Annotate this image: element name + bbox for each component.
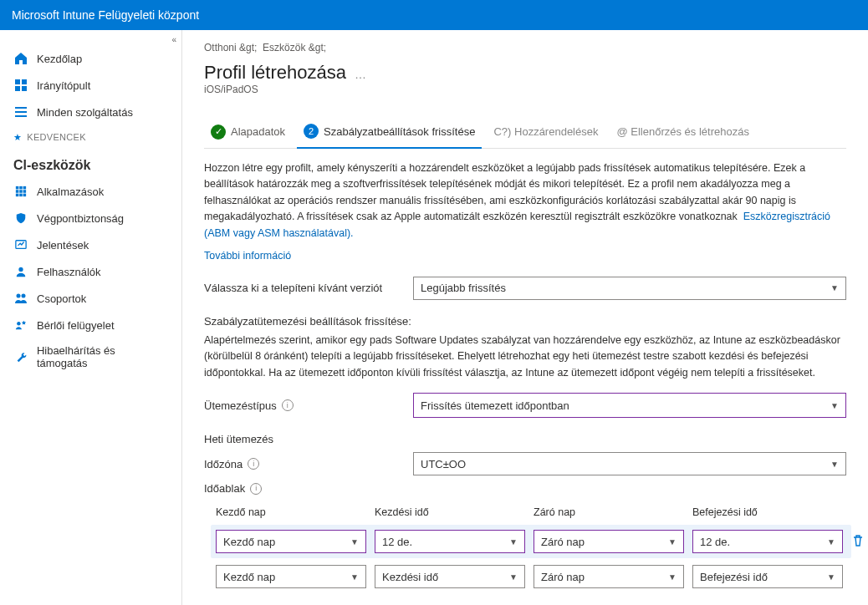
start-day-select[interactable]: Kezdő nap ▼	[216, 530, 366, 553]
select-value: Záró nap	[541, 536, 585, 548]
start-time-select[interactable]: 12 de. ▼	[375, 530, 525, 553]
nav-label: Csoportok	[37, 292, 86, 305]
nav-troubleshoot[interactable]: Hibaelhárítás és támogatás	[0, 338, 181, 375]
breadcrumb: Otthoni &gt; Eszközök &gt;	[204, 42, 846, 53]
chevron-down-icon: ▼	[350, 572, 359, 582]
step-label: @ Ellenőrzés és létrehozás	[616, 125, 748, 138]
start-day-select[interactable]: Kezdő nap ▼	[216, 565, 366, 588]
timezone-select[interactable]: UTC±OO ▼	[413, 452, 846, 475]
svg-rect-7	[16, 186, 19, 190]
sidebar-section-title: Cl-eszközök	[0, 146, 181, 178]
step-label: C?) Hozzárendelések	[493, 125, 598, 138]
nav-label: Alkalmazások	[37, 186, 104, 198]
more-info-link[interactable]: További információ	[204, 250, 846, 262]
chevron-down-icon: ▼	[668, 572, 677, 582]
time-window-label: Időablak	[204, 482, 245, 495]
step-badge-current: 2	[304, 124, 319, 139]
wizard-step-assignments[interactable]: C?) Hozzárendelések	[487, 120, 605, 146]
select-value: 12 de.	[700, 536, 730, 548]
nav-label: Jelentések	[37, 239, 89, 252]
chevron-down-icon: ▼	[350, 537, 359, 547]
end-day-select[interactable]: Záró nap ▼	[534, 565, 684, 588]
chevron-down-icon: ▼	[827, 537, 835, 547]
dashboard-icon	[13, 78, 28, 93]
nav-endpoint-security[interactable]: Végpontbiztonság	[0, 205, 181, 231]
nav-all-services[interactable]: Minden szolgáltatás	[0, 99, 181, 125]
wizard-step-basics[interactable]: ✓ Alapadatok	[204, 119, 292, 148]
wizard-step-policy-settings[interactable]: 2 Szabályzatbeállítások frissítése	[297, 119, 482, 149]
delete-row-button[interactable]	[851, 534, 866, 549]
nav-apps[interactable]: Alkalmazások	[0, 178, 181, 205]
all-services-icon	[13, 104, 28, 119]
nav-tenant-admin[interactable]: Bérlői felügyelet	[0, 312, 181, 338]
svg-point-17	[18, 267, 23, 272]
svg-point-19	[22, 294, 26, 298]
schedule-desc: Alapértelmezés szerint, amikor egy pads …	[204, 333, 846, 381]
svg-rect-9	[23, 186, 27, 190]
start-time-select[interactable]: Kezdési idő ▼	[375, 565, 525, 588]
reports-icon	[13, 237, 28, 252]
user-icon	[13, 264, 28, 279]
step-badge-done: ✓	[211, 125, 226, 140]
version-label: Válassza ki a telepíteni kívánt verziót	[204, 282, 413, 294]
svg-rect-4	[15, 107, 27, 109]
sidebar: « Kezdőlap Irányítópult Minden szolgálta…	[0, 30, 182, 605]
schedule-type-select[interactable]: Frissítés ütemezett időpontban ▼	[413, 393, 846, 418]
chevron-down-icon: ▼	[830, 460, 839, 469]
nav-users[interactable]: Felhasználók	[0, 258, 181, 285]
main-content: Otthoni &gt; Eszközök &gt; Profil létreh…	[182, 30, 868, 605]
svg-rect-10	[16, 190, 19, 193]
favorites-label: ★KEDVENCEK	[0, 125, 181, 146]
groups-icon	[13, 291, 28, 306]
home-icon	[13, 51, 28, 66]
svg-rect-14	[19, 194, 23, 197]
schedule-row: Kezdő nap ▼ 12 de. ▼ Záró nap ▼ 12 de. ▼	[211, 525, 851, 558]
nav-label: Kezdőlap	[37, 53, 82, 65]
app-title: Microsoft Intune Felügyeleti központ	[12, 8, 199, 22]
svg-point-18	[17, 294, 21, 298]
svg-rect-15	[23, 194, 27, 197]
tenant-icon	[13, 318, 28, 333]
select-value: Kezdő nap	[223, 571, 275, 583]
nav-label: Irányítópult	[37, 79, 90, 92]
breadcrumb-home[interactable]: Otthoni &gt;	[204, 42, 257, 53]
page-subtitle: iOS/iPadOS	[204, 84, 846, 95]
timezone-label: Időzóna	[204, 458, 243, 470]
select-value: Kezdő nap	[223, 536, 275, 548]
schedule-row: Kezdő nap ▼ Kezdési idő ▼ Záró nap ▼ Bef…	[216, 565, 846, 588]
chevron-down-icon: ▼	[509, 572, 518, 582]
star-icon: ★	[13, 132, 22, 142]
nav-home[interactable]: Kezdőlap	[0, 45, 181, 72]
svg-rect-6	[15, 115, 27, 117]
info-icon[interactable]: i	[282, 399, 294, 411]
select-value: 12 de.	[382, 536, 412, 548]
nav-label: Bérlői felügyelet	[37, 319, 115, 332]
col-end-day: Záró nap	[534, 506, 684, 518]
schedule-settings-label: Szabályzatütemezési beállítások frissíté…	[204, 315, 846, 328]
end-time-select[interactable]: 12 de. ▼	[692, 530, 843, 553]
wizard-step-review[interactable]: @ Ellenőrzés és létrehozás	[610, 120, 755, 146]
chevron-down-icon: ▼	[827, 572, 835, 582]
schedule-type-label: Ütemezéstípus	[204, 399, 277, 412]
step-label: Alapadatok	[231, 125, 285, 138]
wizard-steps: ✓ Alapadatok 2 Szabályzatbeállítások fri…	[204, 112, 846, 149]
page-title-ellipsis[interactable]: …	[351, 68, 366, 81]
svg-rect-13	[16, 194, 19, 197]
nav-reports[interactable]: Jelentések	[0, 231, 181, 258]
select-value: Kezdési idő	[382, 571, 438, 583]
breadcrumb-devices[interactable]: Eszközök &gt;	[263, 42, 326, 53]
nav-groups[interactable]: Csoportok	[0, 285, 181, 312]
col-end-time: Befejezési idő	[692, 506, 843, 518]
collapse-icon[interactable]: «	[171, 35, 176, 44]
svg-rect-3	[22, 86, 27, 91]
svg-rect-12	[23, 190, 27, 193]
end-day-select[interactable]: Záró nap ▼	[534, 530, 684, 553]
version-select[interactable]: Legújabb frissítés ▼	[413, 277, 846, 300]
end-time-select[interactable]: Befejezési idő ▼	[692, 565, 843, 588]
info-icon[interactable]: i	[250, 483, 262, 495]
col-start-time: Kezdési idő	[375, 506, 525, 518]
page-title: Profil létrehozása	[204, 62, 346, 83]
info-icon[interactable]: i	[248, 458, 259, 470]
nav-dashboard[interactable]: Irányítópult	[0, 72, 181, 99]
select-value: Befejezési idő	[700, 571, 768, 583]
